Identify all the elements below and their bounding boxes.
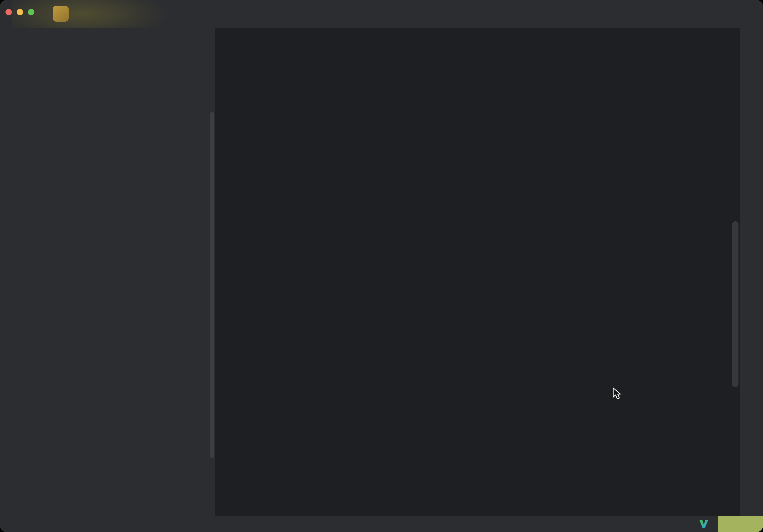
title-bar [0, 0, 763, 28]
close-window-button[interactable] [5, 9, 12, 15]
vim-mode-badge[interactable] [718, 516, 763, 532]
status-bar [0, 516, 763, 532]
project-scrollbar[interactable] [210, 112, 214, 458]
project-avatar [53, 6, 69, 22]
project-panel-header[interactable] [25, 28, 215, 50]
right-tool-strip [740, 28, 763, 516]
zoom-window-button[interactable] [28, 9, 34, 15]
minimize-window-button[interactable] [17, 9, 23, 15]
ide-window [0, 0, 763, 532]
project-panel [25, 28, 215, 516]
editor-tab-bar [215, 28, 740, 48]
branch-widget[interactable] [143, 0, 150, 28]
run-configuration-widget[interactable] [472, 0, 480, 28]
left-tool-strip [0, 28, 25, 516]
ideavim-icon[interactable] [698, 519, 709, 531]
editor-scrollbar[interactable] [732, 221, 738, 387]
project-widget[interactable] [73, 0, 77, 28]
mouse-cursor [610, 387, 622, 401]
editor-area[interactable] [215, 28, 740, 516]
